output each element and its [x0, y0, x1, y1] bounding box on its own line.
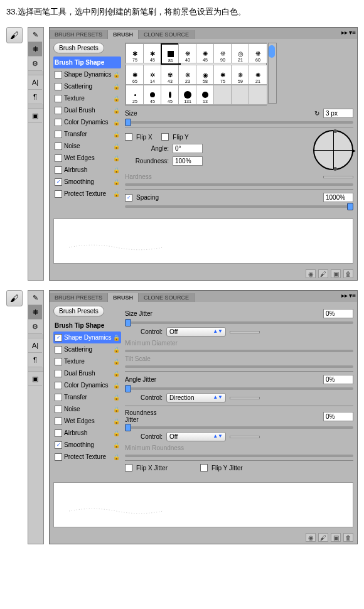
tb-text-icon[interactable]: A| — [28, 75, 42, 90]
brush-cell[interactable]: ❋40 — [178, 43, 197, 63]
brush-cell[interactable]: ✱75 — [213, 65, 232, 85]
lock-icon[interactable]: 🔒 — [113, 347, 120, 353]
tb-para-icon[interactable]: ¶ — [28, 90, 42, 104]
brush-cell[interactable]: ❋59 — [231, 65, 250, 85]
lock-icon[interactable]: 🔒 — [113, 84, 120, 90]
row-dual[interactable]: Dual Brush🔒 — [53, 367, 121, 379]
row-scattering[interactable]: Scattering🔒 — [53, 80, 121, 92]
lock-icon[interactable]: 🔒 — [113, 335, 120, 341]
tab-brush[interactable]: BRUSH — [108, 30, 139, 39]
angle-input[interactable]: 0° — [173, 144, 203, 153]
row-shape-dynamics[interactable]: Shape Dynamics🔒 — [53, 68, 121, 80]
lock-icon[interactable]: 🔒 — [113, 119, 120, 126]
row-color[interactable]: Color Dynamics🔒 — [53, 379, 121, 391]
lock-icon[interactable]: 🔒 — [113, 143, 120, 149]
tb-text-icon[interactable]: A| — [28, 338, 42, 353]
brush-cell[interactable]: ✱45 — [143, 43, 162, 63]
roundness-jitter-slider[interactable] — [125, 426, 353, 429]
brush-presets-button[interactable]: Brush Presets — [53, 306, 104, 316]
row-protect[interactable]: Protect Texture🔒 — [53, 188, 121, 200]
footer-eye-icon[interactable]: ◉ — [306, 269, 316, 278]
brush-cell[interactable]: 25 — [126, 85, 144, 105]
lock-icon[interactable]: 🔒 — [113, 394, 120, 401]
tab-presets[interactable]: BRUSH PRESETS — [50, 293, 108, 302]
brush-cell[interactable]: ✺45 — [196, 43, 215, 63]
tab-presets[interactable]: BRUSH PRESETS — [50, 30, 108, 39]
lock-icon[interactable]: 🔒 — [113, 72, 120, 78]
footer-trash-icon[interactable]: 🗑 — [343, 533, 353, 542]
tab-brush[interactable]: BRUSH — [108, 293, 139, 302]
lock-icon[interactable]: 🔒 — [113, 430, 120, 436]
footer-brush-icon[interactable]: 🖌 — [318, 269, 328, 278]
roundness-jitter-input[interactable]: 0% — [323, 412, 353, 421]
row-protect[interactable]: Protect Texture🔒 — [53, 451, 121, 463]
lock-icon[interactable]: 🔒 — [113, 107, 120, 114]
row-air[interactable]: Airbrush🔒 — [53, 427, 121, 439]
brush-tool-icon[interactable]: 🖌 — [6, 290, 23, 306]
spacing-slider[interactable] — [125, 205, 353, 208]
roundness-input[interactable]: 100% — [173, 156, 203, 166]
row-texture[interactable]: Texture🔒 — [53, 355, 121, 367]
brush-cell[interactable]: ✲14 — [143, 65, 162, 85]
brush-grid-scrollbar[interactable] — [268, 43, 277, 104]
flipy-jitter-checkbox[interactable] — [200, 464, 208, 472]
tb-para-icon[interactable]: ¶ — [28, 353, 42, 367]
lock-icon[interactable]: 🔒 — [113, 95, 120, 102]
footer-trash-icon[interactable]: 🗑 — [343, 269, 353, 278]
lock-icon[interactable]: 🔒 — [113, 191, 120, 197]
row-smooth[interactable]: ✓Smoothing🔒 — [53, 176, 121, 188]
row-wet[interactable]: Wet Edges🔒 — [53, 152, 121, 164]
flipx-checkbox[interactable] — [125, 133, 132, 141]
footer-new-icon[interactable]: ▣ — [331, 269, 341, 278]
tb-3d-icon[interactable]: ▣ — [28, 372, 42, 386]
lock-icon[interactable]: 🔒 — [113, 442, 120, 448]
row-noise[interactable]: Noise🔒 — [53, 140, 121, 152]
spacing-checkbox[interactable]: ✓ — [125, 194, 132, 202]
lock-icon[interactable]: 🔒 — [113, 382, 120, 389]
row-wet[interactable]: Wet Edges🔒 — [53, 415, 121, 427]
brush-cell[interactable]: ✺21 — [249, 65, 267, 85]
row-tip-shape[interactable]: Brush Tip Shape — [53, 320, 121, 331]
tb-brush-icon[interactable]: ❋ — [28, 305, 42, 320]
tb-opts-icon[interactable]: ⚙ — [28, 57, 42, 71]
lock-icon[interactable]: 🔒 — [113, 179, 120, 185]
row-tip-shape[interactable]: Brush Tip Shape — [53, 57, 121, 68]
brush-cell[interactable]: ◎21 — [231, 43, 250, 63]
row-noise[interactable]: Noise🔒 — [53, 403, 121, 415]
size-control-select[interactable]: Off▲▼ — [166, 327, 226, 337]
menu-icon[interactable]: ▾≡ — [349, 292, 356, 299]
brush-cell[interactable]: ❋23 — [178, 65, 197, 85]
footer-brush-icon[interactable]: 🖌 — [318, 533, 328, 542]
angle-jitter-slider[interactable] — [125, 387, 353, 390]
angle-jitter-input[interactable]: 0% — [323, 375, 353, 384]
tab-clone[interactable]: CLONE SOURCE — [139, 30, 195, 39]
row-transfer[interactable]: Transfer🔒 — [53, 128, 121, 140]
collapse-icon[interactable]: ▸▸ — [341, 29, 348, 36]
lock-icon[interactable]: 🔒 — [113, 155, 120, 161]
row-texture[interactable]: Texture🔒 — [53, 92, 121, 104]
lock-icon[interactable]: 🔒 — [113, 418, 120, 424]
row-dual[interactable]: Dual Brush🔒 — [53, 104, 121, 116]
tab-clone[interactable]: CLONE SOURCE — [139, 293, 195, 302]
lock-icon[interactable]: 🔒 — [113, 406, 120, 412]
footer-eye-icon[interactable]: ◉ — [306, 533, 316, 542]
lock-icon[interactable]: 🔒 — [113, 131, 120, 137]
brush-cell[interactable]: 131 — [178, 85, 197, 105]
brush-cell[interactable]: ❊90 — [213, 43, 232, 63]
row-smooth[interactable]: ✓Smoothing🔒 — [53, 439, 121, 451]
brush-cell[interactable]: ✾43 — [161, 65, 179, 85]
brush-tool-icon[interactable]: 🖌 — [6, 27, 23, 43]
size-jitter-slider[interactable] — [125, 321, 353, 324]
brush-cell[interactable]: ✱75 — [126, 43, 144, 63]
lock-icon[interactable]: 🔒 — [113, 370, 120, 377]
spacing-input[interactable]: 1000% — [323, 193, 353, 202]
footer-new-icon[interactable]: ▣ — [331, 533, 341, 542]
flipy-checkbox[interactable] — [161, 133, 169, 141]
menu-icon[interactable]: ▾≡ — [349, 29, 356, 36]
collapse-icon[interactable]: ▸▸ — [341, 292, 348, 299]
tb-3d-icon[interactable]: ▣ — [28, 109, 42, 123]
brush-presets-button[interactable]: Brush Presets — [53, 43, 104, 53]
row-air[interactable]: Airbrush🔒 — [53, 164, 121, 176]
size-input[interactable]: 3 px — [323, 109, 353, 118]
tb-hand-icon[interactable]: ✎ — [28, 291, 42, 305]
